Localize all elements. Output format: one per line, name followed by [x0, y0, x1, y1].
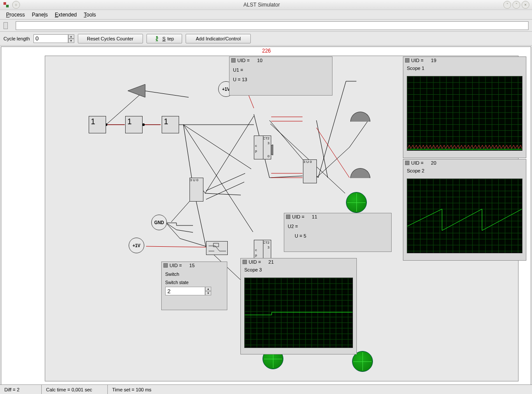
- gnd-node[interactable]: GND: [151, 215, 167, 230]
- switch-block[interactable]: [206, 241, 228, 255]
- step-button[interactable]: Step: [146, 34, 183, 43]
- panel-handle-icon[interactable]: [243, 260, 247, 264]
- ct2-block-top[interactable]: CT2 c p 3 0: [254, 136, 271, 159]
- panel-uid15[interactable]: UID = 15 Switch Switch state ▲▼: [161, 262, 227, 310]
- scope1-screen: [407, 76, 522, 151]
- window-titlebar: ○ ALST Simulator ˅ ˄ ×: [0, 0, 532, 10]
- gauge-1[interactable]: [350, 112, 370, 122]
- spin-up-button[interactable]: ▲: [205, 287, 211, 291]
- logic-block-2[interactable]: 1: [125, 116, 143, 133]
- indicator-disc-1[interactable]: [346, 192, 367, 213]
- switch-title: Switch: [165, 271, 223, 277]
- status-diff: Diff = 2: [0, 385, 42, 394]
- minimize-button[interactable]: ˅: [503, 1, 511, 9]
- toolbar-buttons-row: Cycle length ▲▼ Reset Cycles Counter Ste…: [0, 32, 532, 46]
- uid-label: UID =: [411, 58, 423, 63]
- menubar: Process Panels Extended Tools: [0, 10, 532, 20]
- status-bar: Diff = 2 Calc time = 0,001 sec Time set …: [0, 384, 532, 394]
- u-value: U = 5: [295, 233, 388, 238]
- panel-handle-icon[interactable]: [405, 58, 409, 63]
- panel-handle-icon[interactable]: [163, 263, 168, 268]
- menu-icon[interactable]: ○: [12, 1, 20, 9]
- logic-block-3[interactable]: 1: [162, 116, 179, 133]
- panel-uid11[interactable]: UID = 11 U2 = U = 5: [284, 213, 392, 252]
- u-block-top[interactable]: 3 U 0: [303, 159, 317, 183]
- u1-label: U1 =: [233, 67, 329, 73]
- menu-tools[interactable]: Tools: [80, 10, 100, 19]
- uid-value: 11: [312, 214, 317, 219]
- add-indicator-button[interactable]: Add Indicator/Control: [186, 34, 251, 43]
- uid-value: 15: [190, 263, 195, 268]
- svg-rect-5: [213, 243, 219, 247]
- cycle-counter: 226: [262, 48, 271, 54]
- uid-label: UID =: [170, 263, 182, 268]
- panel-handle-icon[interactable]: [286, 215, 290, 219]
- status-timeset: Time set = 100 ms: [108, 385, 532, 394]
- menu-process[interactable]: Process: [3, 10, 28, 19]
- status-calc: Calc time = 0,001 sec: [42, 385, 108, 394]
- panel-scope2[interactable]: UID = 20 Scope 2: [403, 159, 526, 261]
- uid-label: UID =: [411, 160, 423, 166]
- toolbar-handle-icon[interactable]: [3, 22, 8, 29]
- uid-label: UID =: [292, 214, 304, 219]
- switch-state-spinbox[interactable]: ▲▼: [165, 287, 213, 295]
- uid-value: 10: [257, 58, 263, 63]
- scope2-title: Scope 2: [407, 168, 522, 173]
- spin-down-button[interactable]: ▼: [68, 39, 74, 43]
- scope3-screen: [244, 278, 353, 348]
- close-button[interactable]: ×: [522, 1, 529, 9]
- reset-cycles-button[interactable]: Reset Cycles Counter: [78, 34, 143, 43]
- u-value: U = 13: [233, 77, 329, 82]
- switch-state-input[interactable]: [165, 287, 205, 295]
- canvas-area[interactable]: 226: [1, 46, 531, 386]
- cycle-length-label: Cycle length: [3, 36, 30, 41]
- u2-label: U2 =: [288, 224, 388, 229]
- menu-panels[interactable]: Panels: [28, 10, 51, 19]
- uid-label: UID =: [237, 58, 249, 63]
- address-input[interactable]: [16, 21, 529, 30]
- scope3-title: Scope 3: [244, 267, 353, 272]
- panel-scope1[interactable]: UID = 19 Scope 1: [403, 56, 526, 158]
- menu-extended[interactable]: Extended: [51, 10, 80, 19]
- uid-value: 20: [431, 160, 436, 166]
- toolbar-input-row: [0, 20, 532, 32]
- panel-uid10[interactable]: UID = 10 U1 = U = 13: [229, 56, 332, 96]
- scope1-title: Scope 1: [407, 66, 522, 71]
- window-title: ALST Simulator: [20, 2, 503, 8]
- scope2-screen: [407, 179, 522, 253]
- plus1v-source-b[interactable]: +1V: [129, 238, 144, 253]
- panel-handle-icon[interactable]: [231, 58, 236, 63]
- panel-handle-icon[interactable]: [405, 161, 409, 165]
- spin-up-button[interactable]: ▲: [68, 34, 74, 39]
- uid-value: 21: [269, 259, 274, 265]
- logic-block-1[interactable]: 1: [89, 116, 106, 133]
- svg-rect-0: [3, 2, 6, 5]
- app-icon: [3, 1, 10, 8]
- spin-down-button[interactable]: ▼: [205, 291, 211, 295]
- gauge-2[interactable]: [350, 168, 370, 178]
- step-icon: [155, 36, 161, 42]
- panel-scope3[interactable]: UID = 21 Scope 3: [240, 258, 357, 354]
- svg-point-2: [156, 36, 158, 38]
- maximize-button[interactable]: ˄: [512, 1, 520, 9]
- uid-label: UID =: [249, 259, 261, 265]
- cycle-length-input[interactable]: [33, 34, 68, 43]
- svg-rect-1: [6, 5, 9, 7]
- switch-state-label: Switch state: [165, 280, 223, 285]
- cycle-length-spinbox[interactable]: ▲▼: [33, 34, 74, 43]
- uid-value: 19: [431, 58, 436, 63]
- u-block-mid[interactable]: 3 U 0: [190, 178, 203, 202]
